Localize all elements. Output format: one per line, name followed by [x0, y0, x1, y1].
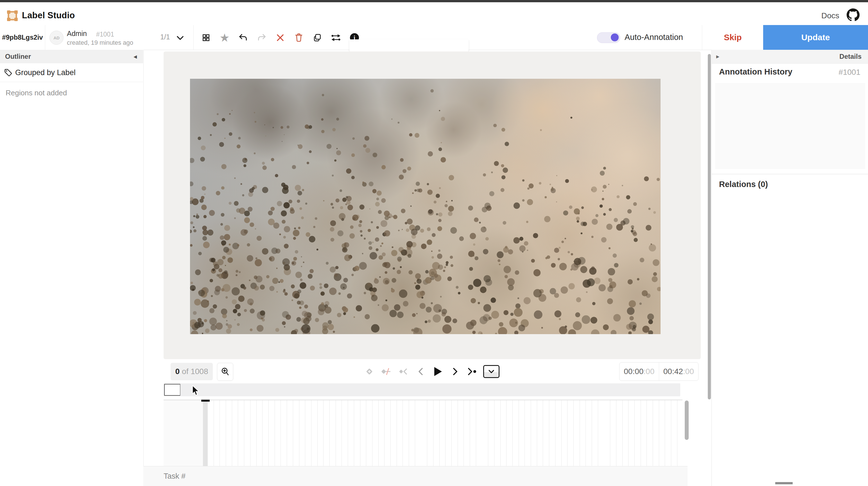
current-time-input[interactable]: 00:00:00 [620, 363, 659, 380]
zoom-in-button[interactable] [217, 363, 233, 381]
outliner-header: Outliner ◂ [0, 50, 143, 63]
tag-icon [4, 68, 12, 77]
zoom-in-icon [221, 367, 229, 376]
annotation-history-id: #1001 [838, 68, 860, 77]
timeline-frames-grid[interactable] [208, 400, 682, 466]
auto-annotation-toggle[interactable] [597, 32, 620, 43]
main-scrollbar[interactable] [708, 54, 711, 399]
app-header: Label Studio Docs [0, 2, 868, 25]
previous-frame-button[interactable] [414, 365, 427, 378]
details-header: ▸ Details [712, 50, 868, 63]
floating-toolbar-edge [349, 39, 469, 53]
timeline-region-list [164, 400, 203, 466]
regions-empty-text: Regions not added [6, 89, 67, 97]
frame-total-value: of 1008 [182, 367, 208, 376]
toggle-knob [611, 33, 619, 41]
total-time-value: 00:42 [663, 367, 683, 376]
sidebar-divider [712, 174, 868, 174]
annotation-history-empty [715, 83, 865, 169]
frame-current-value: 0 [176, 367, 180, 376]
video-frame[interactable] [190, 79, 660, 334]
reject-button[interactable] [274, 31, 287, 44]
user-avatar[interactable]: AD [50, 31, 64, 45]
bottom-bar: Task # [143, 466, 687, 486]
label-studio-logo-icon[interactable] [6, 9, 19, 22]
toolbar-divider [193, 25, 194, 50]
details-sidebar: ▸ Details Annotation History #1001 Relat… [711, 50, 868, 486]
relations-title: Relations (0) [719, 180, 768, 189]
play-button[interactable] [432, 365, 444, 378]
docs-link[interactable]: Docs [822, 11, 839, 20]
keypoint-interpolation-button[interactable] [380, 365, 393, 378]
auto-annotation-label: Auto-Annotation [625, 33, 683, 42]
star-icon: ★ [220, 32, 230, 43]
github-icon[interactable] [847, 8, 860, 21]
delete-button[interactable] [292, 31, 305, 44]
frame-counter-input[interactable]: 0 of 1008 [170, 363, 213, 380]
star-button[interactable]: ★ [218, 31, 231, 44]
keypoint-add-button[interactable] [363, 365, 375, 378]
chevron-down-icon[interactable] [177, 36, 184, 40]
timeline-collapse-button[interactable] [483, 365, 499, 378]
redo-button[interactable] [255, 31, 268, 44]
sidebar-horizontal-scrollbar[interactable] [775, 482, 793, 484]
user-name: Admin [67, 30, 87, 38]
annotation-counter[interactable]: 1/1 [160, 33, 170, 41]
details-title: Details [839, 53, 862, 60]
window-top-strip [0, 0, 868, 2]
current-time-value: 00:00 [624, 367, 643, 376]
grouping-label: Grouped by Label [15, 68, 75, 77]
seek-view-window[interactable] [164, 384, 181, 396]
time-display: 00:00:00 00:42:00 [619, 362, 699, 381]
timeline-scrollbar[interactable] [685, 400, 689, 440]
expand-panel-icon[interactable]: ▸ [716, 53, 719, 60]
annotation-id: #1001 [96, 31, 114, 38]
skip-button[interactable]: Skip [702, 25, 764, 50]
total-time-input[interactable]: 00:42:00 [659, 363, 699, 380]
annotation-history-title: Annotation History [719, 67, 793, 77]
playback-controls [363, 363, 499, 380]
undo-button[interactable] [237, 31, 250, 44]
task-id: #9pb8Lgs2iv [0, 25, 45, 50]
grid-view-button[interactable] [199, 31, 213, 44]
outliner-sidebar: Outliner ◂ Grouped by Label Regions not … [0, 50, 144, 486]
next-frame-button[interactable] [449, 365, 461, 378]
outliner-title: Outliner [5, 53, 31, 60]
collapse-panel-icon[interactable]: ◂ [133, 53, 137, 60]
relations-button[interactable] [330, 31, 342, 44]
grouping-selector[interactable]: Grouped by Label [0, 63, 143, 82]
total-time-frames: :00 [683, 367, 694, 376]
update-button[interactable]: Update [763, 25, 868, 50]
duplicate-button[interactable] [311, 31, 324, 44]
next-keypoint-button[interactable] [466, 365, 478, 378]
seek-minimap[interactable] [164, 383, 680, 396]
task-number-label: Task # [164, 472, 186, 481]
current-time-frames: :00 [643, 367, 654, 376]
previous-keypoint-button[interactable] [398, 365, 410, 378]
timeline-playhead[interactable] [203, 400, 208, 466]
annotation-created-text: created, 19 minutes ago [67, 39, 133, 47]
app-title: Label Studio [22, 10, 75, 21]
